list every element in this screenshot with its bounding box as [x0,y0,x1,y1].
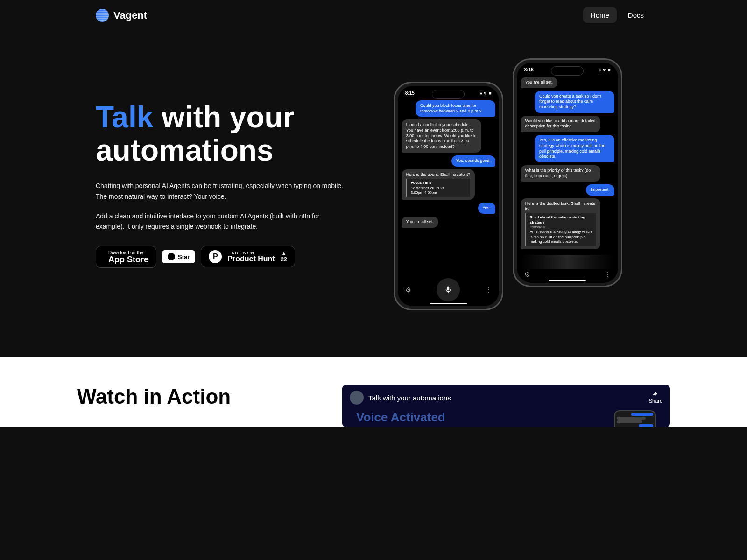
bot-message: I found a conflict in your schedule. You… [402,119,481,152]
producthunt-button[interactable]: P FIND US ON Product Hunt ▲ 22 [201,246,295,267]
video-title: Talk with your automations [368,394,451,402]
hero-phones: 8:15 ⁘ ᯤ ■ Could you block focus time fo… [365,58,652,310]
user-message: Yes, it is an effective marketing strate… [535,135,614,162]
home-indicator [549,280,586,281]
clock-time: 8:15 [524,67,534,72]
bot-message: You are all set. [521,77,557,88]
hero-desc-1: Chatting with personal AI Agents can be … [96,181,346,202]
producthunt-icon: P [209,250,222,263]
appstore-button[interactable]: Download on the App Store [96,246,156,268]
phone-bottom-bar: ⚙ ⋮ [517,271,618,283]
logo-icon [96,9,109,22]
github-label: Star [178,253,190,260]
user-message: Yes, sounds good. [451,155,495,167]
github-star-button[interactable]: Star [162,250,195,263]
mic-icon [444,286,452,294]
voice-waveform [521,255,614,269]
status-icons: ⁘ ᯤ ■ [599,67,610,72]
section-heading: Watch in Action [77,385,314,408]
chat-thread-1: Could you block focus time for tomorrow … [398,98,499,273]
phone-mockup-1: 8:15 ⁘ ᯤ ■ Could you block focus time fo… [394,82,503,310]
video-avatar [350,391,364,405]
settings-icon[interactable]: ⚙ [405,286,411,294]
status-icons: ⁘ ᯤ ■ [480,91,491,96]
user-message: Yes. [478,203,495,214]
hero-title-accent: Talk [96,100,153,134]
upvote-icon: ▲ [282,251,286,256]
mini-phone-thumbnail [614,410,656,427]
phone-notch [551,66,584,76]
task-card: Read about the calm marketing strategy i… [525,213,596,246]
phone-mockup-2: 8:15 ⁘ ᯤ ■ You are all set. Could you cr… [513,58,622,287]
user-message: Could you create a task so I don't forge… [535,91,614,113]
bot-message: Here is the event. Shall I create it? Fo… [402,169,475,200]
github-icon [168,253,175,260]
video-overlay-text: Voice Activated [356,410,445,427]
main-nav: Home Docs [583,7,651,23]
bot-message: What is the priority of this task? (do f… [521,165,600,182]
header: Vagent Home Docs [77,0,670,30]
video-preview[interactable]: Talk with your automations Share Voice A… [342,385,670,427]
bot-message: Here is the drafted task. Shall I create… [521,198,600,249]
share-button[interactable]: Share [649,392,662,404]
phone-notch [432,90,465,99]
watch-section: Watch in Action Talk with your automatio… [0,357,747,427]
home-indicator [430,303,467,304]
appstore-big: App Store [108,255,148,264]
cta-buttons: Download on the App Store Star P FIND US… [96,246,346,268]
phone-bottom-bar: ⚙ ⋮ [398,273,499,306]
bot-message: You are all set. [402,217,438,228]
ph-big: Product Hunt [227,255,275,263]
bot-message: Would you like to add a more detailed de… [521,116,600,132]
nav-home[interactable]: Home [583,7,617,23]
user-message: Important. [586,184,614,196]
clock-time: 8:15 [405,91,415,96]
nav-docs[interactable]: Docs [620,7,651,23]
settings-icon[interactable]: ⚙ [524,271,530,278]
mic-button[interactable] [437,278,460,301]
share-icon [652,392,659,398]
user-message: Could you block focus time for tomorrow … [416,100,495,117]
hero-section: Talk with your automations Chatting with… [77,30,670,357]
more-icon[interactable]: ⋮ [604,271,611,278]
brand-name: Vagent [113,9,147,21]
more-icon[interactable]: ⋮ [485,286,492,294]
hero-desc-2: Add a clean and intuitive interface to y… [96,211,346,232]
ph-vote-count: 22 [281,256,287,263]
hero-content: Talk with your automations Chatting with… [96,101,346,267]
event-card: Focus Time September 20, 2024 3:00pm-4:0… [406,179,471,197]
chat-thread-2: You are all set. Could you create a task… [517,74,618,253]
logo[interactable]: Vagent [96,9,147,22]
hero-title: Talk with your automations [96,101,346,167]
